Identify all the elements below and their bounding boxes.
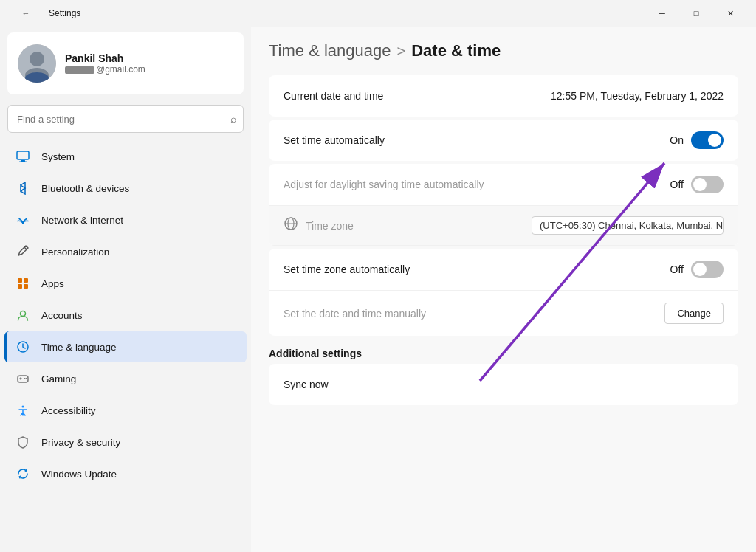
search-icon: ⌕ <box>230 113 236 125</box>
sidebar-item-accounts[interactable]: Accounts <box>4 300 247 331</box>
email-blur <box>65 66 94 74</box>
additional-settings-heading: Additional settings <box>269 348 738 359</box>
timezone-label: Time zone <box>306 220 524 232</box>
user-email: @gmail.com <box>65 64 145 75</box>
set-timezone-auto-right: Off <box>670 261 724 278</box>
breadcrumb-current: Date & time <box>411 41 501 61</box>
title-bar: ← Settings ─ □ ✕ <box>0 0 756 27</box>
daylight-state: Off <box>670 179 684 190</box>
sidebar-label-update: Windows Update <box>41 469 117 480</box>
sidebar-label-personalization: Personalization <box>41 246 109 258</box>
set-timezone-auto-card: Set time zone automatically Off Set the … <box>269 249 738 336</box>
sync-now-row: Sync now <box>269 364 738 405</box>
breadcrumb: Time & language > Date & time <box>269 41 738 61</box>
close-button[interactable]: ✕ <box>713 0 747 27</box>
search-input[interactable] <box>7 105 244 133</box>
sidebar-item-bluetooth[interactable]: Bluetooth & devices <box>4 173 247 204</box>
sidebar-label-bluetooth: Bluetooth & devices <box>41 183 129 194</box>
sidebar-label-privacy: Privacy & security <box>41 437 120 448</box>
accounts-icon <box>15 307 31 323</box>
set-time-auto-row: Set time automatically On <box>269 120 738 161</box>
sidebar-item-privacy[interactable]: Privacy & security <box>4 427 247 458</box>
accessibility-icon <box>15 402 31 418</box>
user-name: Pankil Shah <box>65 52 145 64</box>
toggle-knob-tz <box>693 263 707 276</box>
sidebar-item-gaming[interactable]: Gaming <box>4 363 247 394</box>
daylight-card: Adjust for daylight saving time automati… <box>269 164 738 246</box>
svg-point-12 <box>21 311 26 317</box>
svg-point-17 <box>22 406 24 408</box>
sidebar-item-network[interactable]: Network & internet <box>4 204 247 235</box>
sidebar: Pankil Shah @gmail.com ⌕ System <box>0 27 251 552</box>
network-icon <box>15 212 31 228</box>
svg-rect-8 <box>18 278 22 283</box>
sidebar-item-accessibility[interactable]: Accessibility <box>4 395 247 426</box>
search-container: ⌕ <box>7 105 244 133</box>
minimize-button[interactable]: ─ <box>645 0 679 27</box>
daylight-toggle[interactable] <box>691 176 724 193</box>
timezone-value: (UTC+05:30) Chennai, Kolkata, Mumbai, Ne <box>540 220 724 231</box>
current-datetime-row: Current date and time 12:55 PM, Tuesday,… <box>269 75 738 117</box>
set-timezone-auto-row: Set time zone automatically Off <box>269 249 738 291</box>
toggle-knob-daylight <box>693 178 707 191</box>
set-timezone-auto-state: Off <box>670 263 684 275</box>
sidebar-label-accessibility: Accessibility <box>41 405 96 416</box>
set-manually-row: Set the date and time manually Change <box>269 291 738 336</box>
svg-point-15 <box>24 378 26 379</box>
current-datetime-label: Current date and time <box>284 90 383 102</box>
set-time-auto-state: On <box>670 134 684 146</box>
set-manually-label: Set the date and time manually <box>284 308 426 320</box>
svg-point-16 <box>26 378 27 379</box>
current-datetime-card: Current date and time 12:55 PM, Tuesday,… <box>269 75 738 117</box>
daylight-right: Off <box>670 176 724 193</box>
set-timezone-auto-label: Set time zone automatically <box>284 263 410 275</box>
app-body: Pankil Shah @gmail.com ⌕ System <box>0 27 756 552</box>
current-datetime-value: 12:55 PM, Tuesday, February 1, 2022 <box>551 90 724 102</box>
bluetooth-icon <box>15 180 31 196</box>
personalization-icon <box>15 244 31 260</box>
update-icon <box>15 466 31 482</box>
system-icon <box>15 148 31 165</box>
svg-rect-10 <box>18 284 22 289</box>
sync-now-label: Sync now <box>284 379 329 390</box>
app-title: Settings <box>49 8 80 18</box>
set-time-auto-label: Set time automatically <box>284 134 385 146</box>
timezone-select[interactable]: (UTC+05:30) Chennai, Kolkata, Mumbai, Ne… <box>532 216 724 235</box>
sidebar-item-system[interactable]: System <box>4 141 247 172</box>
sidebar-label-network: Network & internet <box>41 215 123 226</box>
user-info: Pankil Shah @gmail.com <box>65 52 145 75</box>
breadcrumb-parent[interactable]: Time & language <box>269 41 391 61</box>
user-profile[interactable]: Pankil Shah @gmail.com <box>7 32 244 94</box>
set-time-auto-right: On <box>670 131 724 149</box>
sidebar-item-personalization[interactable]: Personalization <box>4 236 247 267</box>
sidebar-label-gaming: Gaming <box>41 373 76 384</box>
toggle-knob <box>708 134 721 147</box>
avatar <box>18 44 56 83</box>
timezone-row: Time zone (UTC+05:30) Chennai, Kolkata, … <box>269 206 738 246</box>
svg-rect-4 <box>17 151 29 159</box>
main-content: Time & language > Date & time Current da… <box>251 27 756 552</box>
set-time-auto-toggle[interactable] <box>691 131 724 149</box>
sidebar-label-system: System <box>41 151 75 162</box>
svg-rect-6 <box>19 162 27 162</box>
window-controls: ─ □ ✕ <box>645 0 747 27</box>
maximize-button[interactable]: □ <box>679 0 713 27</box>
apps-icon <box>15 275 31 291</box>
gaming-icon <box>15 370 31 387</box>
sidebar-label-time: Time & language <box>41 342 117 353</box>
set-timezone-auto-toggle[interactable] <box>691 261 724 278</box>
back-button[interactable]: ← <box>9 0 43 27</box>
sidebar-label-accounts: Accounts <box>41 310 83 321</box>
sidebar-item-time[interactable]: Time & language <box>4 331 247 362</box>
daylight-label: Adjust for daylight saving time automati… <box>284 179 484 190</box>
timezone-icon <box>284 216 298 235</box>
change-button[interactable]: Change <box>664 303 724 324</box>
svg-point-1 <box>30 52 44 66</box>
set-time-auto-card: Set time automatically On <box>269 120 738 161</box>
sidebar-label-apps: Apps <box>41 278 64 289</box>
time-icon <box>15 339 31 355</box>
breadcrumb-separator: > <box>397 43 406 60</box>
sidebar-item-apps[interactable]: Apps <box>4 268 247 299</box>
daylight-row: Adjust for daylight saving time automati… <box>269 164 738 206</box>
sidebar-item-update[interactable]: Windows Update <box>4 458 247 489</box>
